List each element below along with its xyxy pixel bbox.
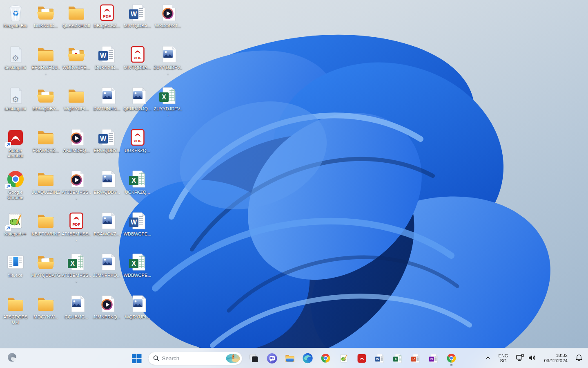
icon-label: QEURJOJQ... [123,106,151,112]
media-icon [67,169,86,189]
desktop-icon-coubmc[interactable]: COUBMC... [61,294,91,320]
desktop-icon-desktop-ini[interactable]: ⚙desktop.ini [0,45,31,70]
taskbar-chrome-button[interactable] [318,350,334,366]
icon-label: DUKNXIC... [95,65,119,70]
desktop-icon-wdbwcpe[interactable]: XWDBWCPE... [122,252,153,278]
bell-icon [575,354,583,363]
taskbar-start-button[interactable] [129,350,145,366]
widgets-weather-button[interactable] [4,350,20,366]
tray-chevron-button[interactable] [483,353,493,364]
desktop-icon-fgawovz[interactable]: FGAWOVZ... [92,211,122,237]
desktop-icon-duknxic[interactable]: DUKNXIC... [31,3,61,29]
desktop-icon-zuyydjdfv[interactable]: ZUYYDJDFV... [153,45,183,76]
icon-label: DWTHNHN... [94,106,120,112]
svg-text:PDF: PDF [134,139,141,143]
desktop-icon-dwthnhn[interactable]: DWTHNHN... [92,86,122,112]
tray-network-button[interactable] [514,352,538,365]
svg-text:P: P [412,357,415,361]
desktop-icon-atjbemhss[interactable]: PDFATJBEMHSS... [61,211,91,242]
search-input[interactable] [160,355,226,361]
desktop-icon-wqryupi[interactable]: WQRYUPI... [61,86,91,112]
icon-label: FGAWOVZ... [33,148,59,153]
desktop-icon-desktop-ini[interactable]: ⚙desktop.ini [0,86,31,112]
icon-label: KBIFTJWHNZ [31,231,60,237]
desktop-icon-wqryupi[interactable]: WQRYUPI... [122,294,153,320]
folder-image-icon [36,86,56,105]
desktop-icon-dbiqscsz[interactable]: PDFDBIQSCSZ... [92,3,122,29]
desktop-icon-juaquzzinz[interactable]: JUAQUZZINZ [31,169,61,195]
desktop-icon-qlssznhvji[interactable]: QLSSZNHVJI [61,3,91,29]
desktop-icon-atscrgpsum[interactable]: ATSCRGPSUM [0,294,31,325]
desktop-icon-wdbwcpe[interactable]: WWDBWCPE... [122,211,153,237]
desktop-icon-akjimdeq[interactable]: AKJIMDEQ... [61,128,91,153]
taskbar-chrome-running-button[interactable] [443,350,460,366]
icon-label: FGAWOVZ... [94,231,120,237]
tray-clock-button[interactable]: 18:32 03/12/2024 [542,352,569,365]
desktop-icon-notepad[interactable]: Notepad++ [0,211,31,237]
desktop-icon-uckfkzq[interactable]: XUCKFKZQ... [122,169,153,195]
desktop-icon-google-chrome[interactable]: Google Chrome [0,169,31,200]
icon-label: MIVTQDBATG [31,273,60,278]
language-region: SG [499,358,508,363]
pdf-icon: PDF [67,211,86,231]
desktop-icon-zuyydjdfv[interactable]: XZUYYDJDFV... [153,86,183,117]
svg-text:⚙: ⚙ [12,53,19,63]
desktop-icon-atjbemhss[interactable]: XATJBEMHSS... [61,252,91,283]
desktop-icon-erwqdby[interactable]: WERWQDBY... [92,128,122,153]
desktop-icon-kbiftjwhnz[interactable]: KBIFTJWHNZ [31,211,61,237]
folder-image-icon [36,252,56,272]
taskbar-search[interactable] [148,352,243,365]
media-icon [67,128,86,147]
desktop-icon-wxdorxt[interactable]: WXDORXT... [153,3,183,29]
icon-label: ZUYYDJDFV... [153,65,183,76]
desktop-icon-atjbemhss[interactable]: ATJBEMHSS... [61,169,91,200]
folder-icon [6,294,25,314]
icon-label: desktop.ini [4,65,26,70]
notepad-plus-plus-icon [339,353,349,364]
network-display-icon [515,353,525,364]
desktop-icon-ugkfkzq[interactable]: PDFUGKFKZQ... [122,128,153,153]
taskbar-onenote-button[interactable]: N [425,350,442,366]
desktop-icon-file-exe[interactable]: file.exe [0,252,31,278]
taskbar-edge-button[interactable] [300,350,316,366]
desktop-icon-wdbwcpe[interactable]: WDBWCPE... [61,45,91,70]
file-explorer-icon [284,353,295,364]
desktop-icon-efgrwfcu[interactable]: EFGRWFCU... [31,45,61,76]
desktop-icon-adobe-acrobat[interactable]: Adobe Acrobat [0,128,31,159]
desktop-icon-mocynw[interactable]: MOCYNW... [31,294,61,320]
taskbar-excel-button[interactable]: X [390,350,406,366]
taskbar-file-explorer-button[interactable] [282,350,298,366]
desktop-icon-mivtqdbatg[interactable]: MIVTQDBATG [31,252,61,278]
shortcut-arrow-icon [5,142,11,148]
desktop-icon-recycle-bin[interactable]: ♻Recycle Bin [0,3,31,29]
clock-date: 03/12/2024 [544,358,568,364]
desktop-icon-duknxic[interactable]: WDUKNXIC... [92,45,122,70]
desktop-icon-jjmnfrkq[interactable]: JJMNFRKQ... [92,252,122,278]
word-icon: W [97,128,117,147]
desktop-icon-qeurjojq[interactable]: QEURJOJQ... [122,86,153,112]
desktop-icon-mivtqdba[interactable]: WMIVTQDBA... [122,3,153,29]
folder-icon [36,45,56,64]
tray-notifications-button[interactable] [573,352,585,364]
taskbar-acrobat-button[interactable] [354,350,370,366]
weather-icon [7,352,18,364]
taskbar-notepad-plus-plus-button[interactable] [336,350,352,366]
taskbar-powerpoint-button[interactable]: P [408,350,424,366]
taskbar-word-button[interactable]: W [372,350,388,366]
taskbar-chat-button[interactable] [264,350,280,366]
media-icon [158,3,178,22]
desktop-icon-fgawovz[interactable]: FGAWOVZ... [31,128,61,153]
icon-label: WXDORXT... [155,23,181,29]
taskbar-task-view-button[interactable] [246,350,262,366]
icon-label: WDBWCPE... [124,273,151,278]
folder-image-icon [36,3,56,22]
desktop-icon-mivtqdba[interactable]: PDFMIVTQDBA... [122,45,153,70]
desktop-icon-erwqdby[interactable]: ERWQDBY... [92,169,122,195]
desktop-icon-erwqdby[interactable]: ERWQDBY... [31,86,61,112]
folder-icon [67,3,86,22]
desktop-icon-jjmnfrkq[interactable]: JJMNFRKQ... [92,294,122,320]
chat-icon [266,353,277,364]
excel-icon: X [128,169,147,189]
icon-label: ATJBEMHSS... [62,231,91,242]
tray-language-button[interactable]: ENG SG [497,352,510,364]
